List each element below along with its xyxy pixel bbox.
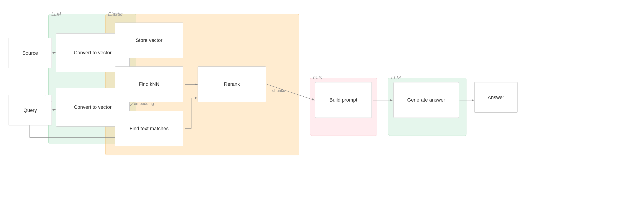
find-knn-node: Find kNN [115,66,184,102]
build-prompt-label: Build prompt [330,97,357,103]
query-label: Query [24,107,37,113]
answer-label: Answer [488,95,504,100]
answer-node: Answer [474,82,518,113]
convert-vector-top-label: Convert to vector [74,50,112,56]
convert-vector-bottom-label: Convert to vector [74,104,112,110]
find-text-matches-node: Find text matches [115,111,184,146]
rerank-node: Rerank [198,66,266,102]
rerank-label: Rerank [224,81,240,87]
region-llm-left-label: LLM [51,11,61,17]
build-prompt-node: Build prompt [315,82,372,118]
region-elastic-label: Elastic [108,11,123,17]
query-node: Query [8,95,52,125]
store-vector-node: Store vector [115,23,184,58]
region-rails-label: rails [313,75,322,81]
source-label: Source [22,50,38,56]
chunks-label: chunks [272,88,285,93]
generate-answer-label: Generate answer [407,97,445,103]
find-text-matches-label: Find text matches [130,126,169,131]
generate-answer-node: Generate answer [393,82,459,118]
embedding-bottom-label: embedding [134,101,154,106]
diagram-container: LLM Elastic rails LLM [0,0,644,218]
store-vector-label: Store vector [136,37,162,43]
source-node: Source [8,38,52,68]
find-knn-label: Find kNN [139,81,160,87]
region-llm-right-label: LLM [391,75,401,81]
